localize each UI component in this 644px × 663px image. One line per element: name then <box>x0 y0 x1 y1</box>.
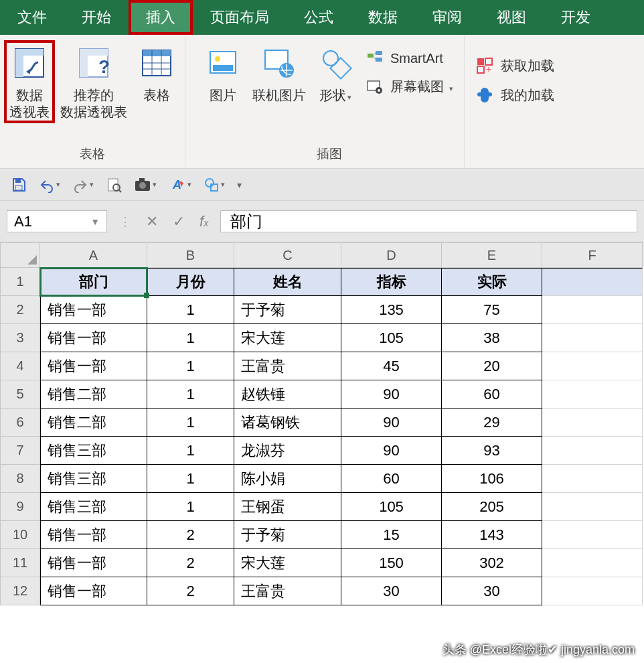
camera-button[interactable]: ▾ <box>134 177 157 193</box>
tab-data[interactable]: 数据 <box>351 0 415 35</box>
cell[interactable]: 105 <box>341 493 442 521</box>
print-preview-button[interactable] <box>106 177 122 193</box>
cell[interactable]: 销售一部 <box>40 549 147 577</box>
cell[interactable]: 205 <box>442 493 542 521</box>
cell[interactable] <box>542 296 643 324</box>
pivot-table-button[interactable]: 数据 透视表 <box>4 40 55 123</box>
cell[interactable]: 90 <box>341 409 442 437</box>
cell[interactable]: 部门 <box>40 268 147 296</box>
col-header-D[interactable]: D <box>341 242 442 268</box>
tab-developer[interactable]: 开发 <box>544 0 608 35</box>
fx-button[interactable]: fx <box>199 213 208 230</box>
cell[interactable]: 90 <box>341 380 442 409</box>
cell[interactable]: 30 <box>341 577 442 605</box>
cell[interactable]: 1 <box>147 324 234 352</box>
undo-button[interactable]: ▾ <box>39 177 60 193</box>
shapes-button[interactable]: 形状▾ <box>311 40 359 106</box>
cell[interactable] <box>542 352 643 380</box>
cell[interactable]: 2 <box>147 577 234 605</box>
redo-button[interactable]: ▾ <box>72 177 94 193</box>
save-button[interactable] <box>11 177 27 193</box>
cell[interactable]: 指标 <box>341 268 442 296</box>
online-pictures-button[interactable]: 联机图片 <box>247 40 311 106</box>
cell[interactable]: 75 <box>442 296 542 324</box>
cell[interactable] <box>542 268 643 296</box>
name-box[interactable]: A1 ▼ <box>7 210 107 232</box>
cell[interactable] <box>542 549 643 577</box>
cell[interactable]: 王富贵 <box>234 577 341 605</box>
cell[interactable]: 销售一部 <box>40 577 147 605</box>
row-header[interactable]: 2 <box>0 296 40 324</box>
cell[interactable]: 龙淑芬 <box>234 437 341 465</box>
cell[interactable] <box>542 493 643 521</box>
enter-button[interactable]: ✓ <box>173 213 185 230</box>
cell[interactable]: 38 <box>442 324 542 352</box>
cell[interactable]: 1 <box>147 409 234 437</box>
cell[interactable] <box>542 437 643 465</box>
cell[interactable]: 销售三部 <box>40 493 147 521</box>
cell[interactable] <box>542 465 643 493</box>
function-menu-button[interactable]: ⋮ <box>119 214 131 229</box>
cell[interactable]: 赵铁锤 <box>234 380 341 409</box>
cell[interactable]: 105 <box>341 324 442 352</box>
get-addins-button[interactable]: + 获取加载 <box>475 56 554 75</box>
tab-home[interactable]: 开始 <box>64 0 129 35</box>
cell[interactable]: 302 <box>442 549 542 577</box>
cell[interactable]: 销售二部 <box>40 380 147 409</box>
cell[interactable]: 90 <box>341 437 442 465</box>
cell[interactable]: 陈小娟 <box>234 465 341 493</box>
cell[interactable]: 1 <box>147 296 234 324</box>
cell[interactable]: 1 <box>147 465 234 493</box>
cell[interactable]: 月份 <box>147 268 234 296</box>
row-header[interactable]: 3 <box>0 324 40 352</box>
cell[interactable]: 于予菊 <box>234 521 341 549</box>
row-header[interactable]: 12 <box>0 577 40 605</box>
cell[interactable]: 销售一部 <box>40 352 147 380</box>
cell[interactable]: 15 <box>341 521 442 549</box>
recommended-pivot-button[interactable]: ? 推荐的 数据透视表 <box>55 40 133 123</box>
cell[interactable] <box>542 577 643 605</box>
row-header[interactable]: 8 <box>0 465 40 493</box>
cell[interactable]: 王钢蛋 <box>234 493 341 521</box>
table-button[interactable]: 表格 <box>133 40 181 106</box>
cell[interactable]: 销售一部 <box>40 324 147 352</box>
cell[interactable]: 135 <box>341 296 442 324</box>
tab-formulas[interactable]: 公式 <box>287 0 351 35</box>
shapes-qat-button[interactable]: ▾ <box>204 177 225 193</box>
cancel-button[interactable]: ✕ <box>146 213 158 230</box>
row-header[interactable]: 6 <box>0 409 40 437</box>
cell[interactable] <box>542 521 643 549</box>
col-header-A[interactable]: A <box>40 242 147 268</box>
row-header[interactable]: 4 <box>0 352 40 380</box>
row-header[interactable]: 1 <box>0 268 40 296</box>
cell[interactable] <box>542 380 643 409</box>
cell[interactable] <box>542 409 643 437</box>
smartart-button[interactable]: SmartArt <box>366 50 453 67</box>
cell[interactable]: 1 <box>147 380 234 409</box>
screenshot-button[interactable]: 屏幕截图 ▾ <box>366 78 453 96</box>
cell[interactable]: 销售三部 <box>40 465 147 493</box>
cell[interactable]: 销售一部 <box>40 296 147 324</box>
font-tool-button[interactable]: A▾ <box>169 177 191 193</box>
cell[interactable]: 1 <box>147 352 234 380</box>
cell[interactable]: 于予菊 <box>234 296 341 324</box>
cell[interactable]: 销售三部 <box>40 437 147 465</box>
formula-bar[interactable]: 部门 <box>220 210 637 232</box>
col-header-C[interactable]: C <box>234 242 341 268</box>
cell[interactable]: 1 <box>147 493 234 521</box>
row-header[interactable]: 7 <box>0 437 40 465</box>
tab-file[interactable]: 文件 <box>0 0 64 35</box>
tab-view[interactable]: 视图 <box>479 0 544 35</box>
cell[interactable]: 45 <box>341 352 442 380</box>
cell[interactable]: 宋大莲 <box>234 549 341 577</box>
cell[interactable]: 销售一部 <box>40 521 147 549</box>
cell[interactable]: 150 <box>341 549 442 577</box>
tab-page-layout[interactable]: 页面布局 <box>193 0 287 35</box>
col-header-F[interactable]: F <box>542 242 643 268</box>
tab-review[interactable]: 审阅 <box>415 0 479 35</box>
row-header[interactable]: 5 <box>0 380 40 409</box>
cell[interactable]: 宋大莲 <box>234 324 341 352</box>
cell[interactable]: 2 <box>147 521 234 549</box>
cell[interactable]: 实际 <box>442 268 542 296</box>
cell[interactable]: 30 <box>442 577 542 605</box>
